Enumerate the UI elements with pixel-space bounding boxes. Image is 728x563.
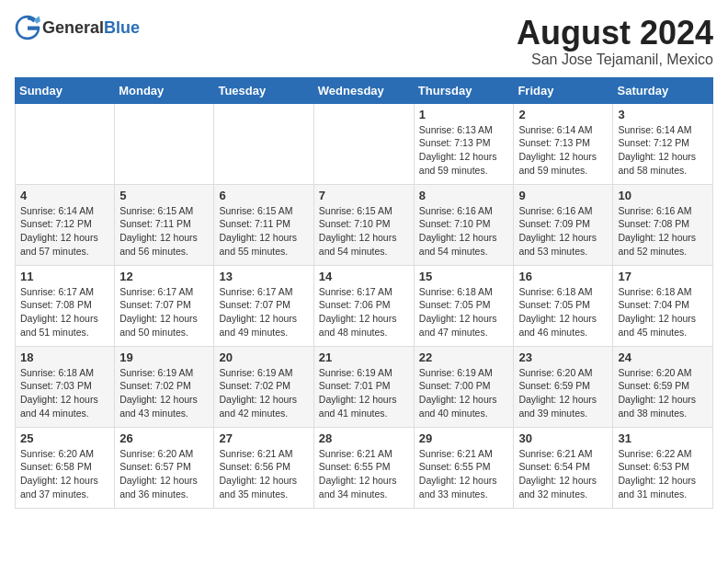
table-row: 21Sunrise: 6:19 AM Sunset: 7:01 PM Dayli…	[313, 346, 414, 427]
day-number: 27	[219, 431, 308, 445]
day-number: 6	[219, 189, 308, 202]
day-number: 10	[618, 189, 708, 202]
day-info: Sunrise: 6:20 AM Sunset: 6:59 PM Dayligh…	[618, 366, 708, 420]
table-row	[16, 103, 115, 184]
day-number: 11	[20, 270, 109, 283]
day-info: Sunrise: 6:18 AM Sunset: 7:05 PM Dayligh…	[419, 285, 509, 339]
day-info: Sunrise: 6:18 AM Sunset: 7:04 PM Dayligh…	[618, 285, 708, 339]
day-number: 8	[419, 189, 509, 202]
day-number: 5	[119, 189, 209, 202]
day-number: 29	[419, 431, 509, 445]
day-info: Sunrise: 6:17 AM Sunset: 7:07 PM Dayligh…	[219, 285, 308, 339]
table-row: 30Sunrise: 6:21 AM Sunset: 6:54 PM Dayli…	[514, 427, 613, 508]
day-info: Sunrise: 6:15 AM Sunset: 7:11 PM Dayligh…	[119, 204, 209, 259]
day-info: Sunrise: 6:18 AM Sunset: 7:03 PM Dayligh…	[20, 366, 109, 420]
table-row: 3Sunrise: 6:14 AM Sunset: 7:12 PM Daylig…	[613, 103, 713, 184]
title-block: August 2024 San Jose Tejamanil, Mexico	[517, 15, 713, 68]
day-info: Sunrise: 6:19 AM Sunset: 7:02 PM Dayligh…	[219, 366, 308, 420]
day-number: 19	[119, 350, 209, 364]
table-row: 13Sunrise: 6:17 AM Sunset: 7:07 PM Dayli…	[214, 265, 313, 346]
day-info: Sunrise: 6:19 AM Sunset: 7:01 PM Dayligh…	[319, 366, 409, 420]
table-row: 25Sunrise: 6:20 AM Sunset: 6:58 PM Dayli…	[16, 427, 115, 508]
table-row	[313, 103, 414, 184]
day-number: 3	[618, 108, 708, 121]
table-row: 11Sunrise: 6:17 AM Sunset: 7:08 PM Dayli…	[16, 265, 115, 346]
table-row: 9Sunrise: 6:16 AM Sunset: 7:09 PM Daylig…	[514, 184, 613, 265]
day-info: Sunrise: 6:14 AM Sunset: 7:13 PM Dayligh…	[518, 123, 608, 178]
day-number: 12	[119, 270, 209, 283]
table-row: 20Sunrise: 6:19 AM Sunset: 7:02 PM Dayli…	[214, 346, 313, 427]
day-info: Sunrise: 6:14 AM Sunset: 7:12 PM Dayligh…	[618, 123, 708, 178]
day-info: Sunrise: 6:22 AM Sunset: 6:53 PM Dayligh…	[618, 447, 708, 501]
calendar-table: Sunday Monday Tuesday Wednesday Thursday…	[15, 77, 713, 509]
header-thursday: Thursday	[414, 77, 514, 103]
table-row: 1Sunrise: 6:13 AM Sunset: 7:13 PM Daylig…	[414, 103, 514, 184]
day-info: Sunrise: 6:17 AM Sunset: 7:06 PM Dayligh…	[319, 285, 409, 339]
svg-marker-0	[34, 16, 40, 23]
logo-blue: Blue	[104, 18, 140, 37]
calendar-title: August 2024	[517, 15, 713, 52]
day-info: Sunrise: 6:19 AM Sunset: 7:02 PM Dayligh…	[119, 366, 209, 420]
table-row: 23Sunrise: 6:20 AM Sunset: 6:59 PM Dayli…	[514, 346, 613, 427]
table-row	[115, 103, 214, 184]
calendar-week-row: 11Sunrise: 6:17 AM Sunset: 7:08 PM Dayli…	[16, 265, 713, 346]
day-info: Sunrise: 6:17 AM Sunset: 7:08 PM Dayligh…	[20, 285, 109, 339]
table-row: 5Sunrise: 6:15 AM Sunset: 7:11 PM Daylig…	[115, 184, 214, 265]
header-tuesday: Tuesday	[214, 77, 313, 103]
day-number: 18	[20, 350, 109, 364]
calendar-week-row: 25Sunrise: 6:20 AM Sunset: 6:58 PM Dayli…	[16, 427, 713, 508]
day-number: 9	[518, 189, 608, 202]
table-row: 24Sunrise: 6:20 AM Sunset: 6:59 PM Dayli…	[613, 346, 713, 427]
day-number: 17	[618, 270, 708, 283]
table-row: 15Sunrise: 6:18 AM Sunset: 7:05 PM Dayli…	[414, 265, 514, 346]
day-number: 21	[319, 350, 409, 364]
table-row: 22Sunrise: 6:19 AM Sunset: 7:00 PM Dayli…	[414, 346, 514, 427]
day-info: Sunrise: 6:20 AM Sunset: 6:57 PM Dayligh…	[119, 447, 209, 501]
day-info: Sunrise: 6:20 AM Sunset: 6:58 PM Dayligh…	[20, 447, 109, 501]
logo-general: General	[42, 18, 104, 37]
day-number: 31	[618, 431, 708, 445]
table-row: 31Sunrise: 6:22 AM Sunset: 6:53 PM Dayli…	[613, 427, 713, 508]
day-info: Sunrise: 6:15 AM Sunset: 7:10 PM Dayligh…	[319, 204, 409, 259]
day-number: 4	[20, 189, 109, 202]
table-row	[214, 103, 313, 184]
day-number: 23	[518, 350, 608, 364]
day-info: Sunrise: 6:16 AM Sunset: 7:10 PM Dayligh…	[419, 204, 509, 259]
day-number: 2	[518, 108, 608, 121]
day-info: Sunrise: 6:19 AM Sunset: 7:00 PM Dayligh…	[419, 366, 509, 420]
table-row: 17Sunrise: 6:18 AM Sunset: 7:04 PM Dayli…	[613, 265, 713, 346]
table-row: 12Sunrise: 6:17 AM Sunset: 7:07 PM Dayli…	[115, 265, 214, 346]
table-row: 14Sunrise: 6:17 AM Sunset: 7:06 PM Dayli…	[313, 265, 414, 346]
day-info: Sunrise: 6:21 AM Sunset: 6:55 PM Dayligh…	[319, 447, 409, 501]
table-row: 2Sunrise: 6:14 AM Sunset: 7:13 PM Daylig…	[514, 103, 613, 184]
day-number: 20	[219, 350, 308, 364]
header-saturday: Saturday	[613, 77, 713, 103]
table-row: 18Sunrise: 6:18 AM Sunset: 7:03 PM Dayli…	[16, 346, 115, 427]
table-row: 16Sunrise: 6:18 AM Sunset: 7:05 PM Dayli…	[514, 265, 613, 346]
day-info: Sunrise: 6:21 AM Sunset: 6:55 PM Dayligh…	[419, 447, 509, 501]
day-info: Sunrise: 6:14 AM Sunset: 7:12 PM Dayligh…	[20, 204, 109, 259]
calendar-week-row: 1Sunrise: 6:13 AM Sunset: 7:13 PM Daylig…	[16, 103, 713, 184]
table-row: 7Sunrise: 6:15 AM Sunset: 7:10 PM Daylig…	[313, 184, 414, 265]
header-monday: Monday	[115, 77, 214, 103]
day-number: 28	[319, 431, 409, 445]
table-row: 19Sunrise: 6:19 AM Sunset: 7:02 PM Dayli…	[115, 346, 214, 427]
table-row: 8Sunrise: 6:16 AM Sunset: 7:10 PM Daylig…	[414, 184, 514, 265]
table-row: 4Sunrise: 6:14 AM Sunset: 7:12 PM Daylig…	[16, 184, 115, 265]
day-info: Sunrise: 6:16 AM Sunset: 7:09 PM Dayligh…	[518, 204, 608, 259]
day-number: 25	[20, 431, 109, 445]
day-number: 26	[119, 431, 209, 445]
day-info: Sunrise: 6:21 AM Sunset: 6:56 PM Dayligh…	[219, 447, 308, 501]
day-info: Sunrise: 6:21 AM Sunset: 6:54 PM Dayligh…	[518, 447, 608, 501]
calendar-week-row: 18Sunrise: 6:18 AM Sunset: 7:03 PM Dayli…	[16, 346, 713, 427]
day-info: Sunrise: 6:16 AM Sunset: 7:08 PM Dayligh…	[618, 204, 708, 259]
day-info: Sunrise: 6:15 AM Sunset: 7:11 PM Dayligh…	[219, 204, 308, 259]
calendar-week-row: 4Sunrise: 6:14 AM Sunset: 7:12 PM Daylig…	[16, 184, 713, 265]
day-info: Sunrise: 6:18 AM Sunset: 7:05 PM Dayligh…	[518, 285, 608, 339]
day-info: Sunrise: 6:20 AM Sunset: 6:59 PM Dayligh…	[518, 366, 608, 420]
table-row: 6Sunrise: 6:15 AM Sunset: 7:11 PM Daylig…	[214, 184, 313, 265]
table-row: 10Sunrise: 6:16 AM Sunset: 7:08 PM Dayli…	[613, 184, 713, 265]
day-number: 1	[419, 108, 509, 121]
day-number: 14	[319, 270, 409, 283]
calendar-subtitle: San Jose Tejamanil, Mexico	[517, 52, 713, 68]
